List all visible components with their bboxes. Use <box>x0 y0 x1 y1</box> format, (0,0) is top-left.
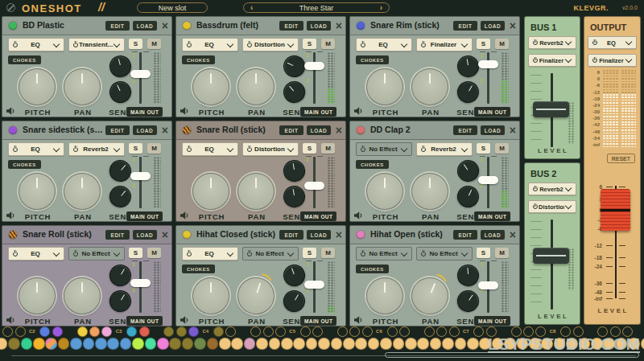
speaker-icon[interactable] <box>354 211 364 219</box>
black-key[interactable] <box>225 326 236 337</box>
white-key[interactable] <box>219 338 231 350</box>
speaker-icon[interactable] <box>6 211 16 219</box>
white-key[interactable] <box>318 338 330 350</box>
close-icon[interactable]: × <box>162 122 168 138</box>
black-key[interactable] <box>176 326 187 337</box>
white-key[interactable] <box>306 338 318 350</box>
chokes-button[interactable]: CHOKES <box>8 160 41 169</box>
close-icon[interactable]: × <box>336 122 342 138</box>
bypass-icon[interactable] <box>6 3 15 12</box>
output-fx-slot-2[interactable]: Finalizer <box>588 54 637 67</box>
fx-slot-2[interactable]: Reverb2 <box>68 142 125 156</box>
fx-slot-2[interactable]: Transient... <box>68 38 125 51</box>
white-key[interactable] <box>355 338 367 350</box>
pitch-knob[interactable] <box>192 173 229 210</box>
black-key[interactable] <box>188 326 199 337</box>
power-icon[interactable] <box>592 39 598 46</box>
white-key[interactable] <box>417 338 429 350</box>
output-fx-slot-1[interactable]: EQ <box>588 36 637 49</box>
preset-selector[interactable]: ‹ Three Star › <box>243 2 390 13</box>
volume-slider[interactable] <box>139 261 142 313</box>
mute-button[interactable]: M <box>495 39 509 49</box>
close-icon[interactable]: × <box>510 18 516 34</box>
preset-next-icon[interactable]: › <box>380 3 382 12</box>
fx-slot-2[interactable]: Distortion <box>242 38 299 51</box>
fx-slot-2[interactable]: Reverb2 <box>416 142 473 156</box>
reset-button[interactable]: RESET <box>607 154 635 163</box>
white-key[interactable] <box>368 338 380 350</box>
power-icon[interactable] <box>532 57 539 64</box>
black-key[interactable] <box>77 326 88 337</box>
fx-slot-2[interactable]: No Effect <box>242 247 299 260</box>
close-icon[interactable]: × <box>162 18 168 34</box>
volume-slider-handle[interactable] <box>130 279 151 287</box>
edit-button[interactable]: EDIT <box>105 125 130 135</box>
edit-button[interactable]: EDIT <box>105 21 130 31</box>
fx-slot-1[interactable]: No Effect <box>356 142 412 156</box>
send2-knob[interactable] <box>454 183 483 211</box>
white-key[interactable] <box>0 338 7 350</box>
speaker-icon[interactable] <box>354 316 364 324</box>
send2-knob[interactable] <box>105 181 135 211</box>
mute-button[interactable]: M <box>147 248 161 258</box>
pitch-knob[interactable] <box>19 68 56 105</box>
fx-slot-2[interactable]: Distortion <box>242 142 299 156</box>
bus2-fx-slot-2[interactable]: Distortion <box>528 200 576 213</box>
white-key[interactable] <box>194 338 206 350</box>
power-icon[interactable] <box>186 251 192 257</box>
power-icon[interactable] <box>532 39 539 46</box>
black-key[interactable] <box>387 326 398 337</box>
white-key[interactable] <box>21 338 33 350</box>
edit-button[interactable]: EDIT <box>105 230 130 240</box>
white-key[interactable] <box>8 338 20 350</box>
chokes-button[interactable]: CHOKES <box>182 55 215 64</box>
pitch-knob[interactable] <box>366 68 403 105</box>
new-slot-button[interactable]: New slot <box>137 2 208 13</box>
speaker-icon[interactable] <box>180 316 190 324</box>
volume-slider-handle[interactable] <box>478 176 498 184</box>
power-icon[interactable] <box>246 251 253 257</box>
white-key[interactable] <box>641 338 644 350</box>
edit-button[interactable]: EDIT <box>453 125 477 135</box>
chokes-button[interactable]: CHOKES <box>8 55 41 64</box>
volume-slider-handle[interactable] <box>304 281 324 289</box>
speaker-icon[interactable] <box>6 316 16 324</box>
white-key[interactable] <box>231 338 243 350</box>
black-key[interactable] <box>263 326 274 337</box>
send1-knob[interactable] <box>282 158 307 183</box>
white-key[interactable] <box>182 338 194 350</box>
bus2-level-fader[interactable] <box>551 219 553 310</box>
mute-button[interactable]: M <box>495 143 509 154</box>
mute-button[interactable]: M <box>321 143 335 154</box>
solo-button[interactable]: S <box>477 143 490 154</box>
white-key[interactable] <box>107 338 119 350</box>
solo-button[interactable]: S <box>477 39 490 49</box>
bus1-fader-handle[interactable] <box>533 101 569 117</box>
load-button[interactable]: LOAD <box>307 21 331 31</box>
speaker-icon[interactable] <box>6 107 16 115</box>
send2-knob[interactable] <box>282 184 307 209</box>
black-key[interactable] <box>362 326 373 337</box>
black-key[interactable] <box>399 326 410 337</box>
mute-button[interactable]: M <box>321 248 335 258</box>
black-key[interactable] <box>275 326 286 337</box>
power-icon[interactable] <box>186 42 192 48</box>
preset-prev-icon[interactable]: ‹ <box>250 3 253 12</box>
power-icon[interactable] <box>72 251 79 257</box>
close-icon[interactable]: × <box>336 227 342 243</box>
black-key[interactable] <box>139 326 150 337</box>
volume-slider[interactable] <box>139 52 142 104</box>
black-key[interactable] <box>39 326 50 337</box>
volume-slider[interactable] <box>139 157 142 208</box>
pitch-knob[interactable] <box>192 68 229 105</box>
power-icon[interactable] <box>246 146 253 153</box>
chokes-button[interactable]: CHOKES <box>356 55 389 64</box>
black-key[interactable] <box>250 326 261 337</box>
edit-button[interactable]: EDIT <box>453 21 477 31</box>
solo-button[interactable]: S <box>129 248 142 258</box>
mute-button[interactable]: M <box>147 143 161 154</box>
pan-knob[interactable] <box>64 173 101 210</box>
pan-knob[interactable] <box>237 68 275 105</box>
white-key[interactable] <box>269 338 281 350</box>
volume-slider-handle[interactable] <box>130 172 151 180</box>
